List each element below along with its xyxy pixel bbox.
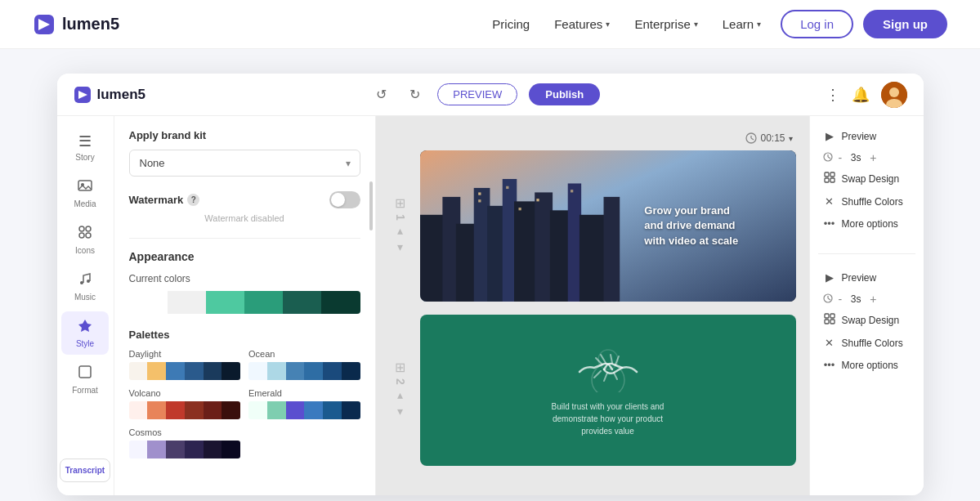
shuffle-colors-action-button[interactable]: ✕ Shuffle Colors bbox=[818, 191, 915, 212]
palette-emerald-name: Emerald bbox=[248, 388, 360, 398]
scene-card-2[interactable]: Build trust with your clients and demons… bbox=[420, 315, 796, 466]
duration-minus-button[interactable]: - bbox=[836, 151, 845, 164]
sidebar-item-story[interactable]: ☰ Story bbox=[61, 126, 109, 168]
nav-logo[interactable]: lumen5 bbox=[33, 13, 119, 36]
more-options-button[interactable]: ⋮ bbox=[826, 86, 840, 104]
swatch bbox=[304, 401, 323, 419]
shuffle-icon: ✕ bbox=[823, 195, 836, 208]
scene-2-expand-icon[interactable]: ⊞ bbox=[395, 360, 405, 375]
svg-rect-51 bbox=[830, 314, 835, 318]
palette-volcano[interactable]: Volcano bbox=[129, 388, 241, 419]
sidebar-item-story-label: Story bbox=[75, 153, 94, 162]
scene-card-1[interactable]: Grow your brand and drive demand with vi… bbox=[420, 150, 796, 302]
scene-1-expand-icon[interactable]: ⊞ bbox=[395, 195, 405, 211]
canvas-scene-1: ⊞ 1 ▴ ▾ bbox=[389, 150, 796, 302]
swatch bbox=[323, 362, 342, 380]
color-swatch-6[interactable] bbox=[321, 291, 360, 314]
swap-design-action-button-2[interactable]: Swap Design bbox=[818, 309, 915, 331]
avatar bbox=[881, 82, 907, 108]
more-options-action-button-2[interactable]: ••• More options bbox=[818, 355, 915, 375]
palette-ocean[interactable]: Ocean bbox=[248, 349, 360, 380]
nav-links: Pricing Features ▾ Enterprise ▾ Learn ▾ bbox=[492, 17, 761, 31]
svg-rect-33 bbox=[478, 199, 481, 202]
nav-link-enterprise[interactable]: Enterprise ▾ bbox=[634, 17, 697, 31]
svg-rect-46 bbox=[830, 178, 835, 182]
duration-plus-button[interactable]: + bbox=[867, 151, 879, 164]
color-swatch-2[interactable] bbox=[168, 291, 206, 314]
svg-rect-53 bbox=[830, 320, 835, 324]
right-panel-scene2-actions: ▶ Preview - 3s + bbox=[818, 267, 915, 377]
nav-link-learn-label: Learn bbox=[723, 17, 754, 31]
palette-ocean-swatches bbox=[248, 362, 360, 380]
bell-icon[interactable]: 🔔 bbox=[852, 86, 870, 104]
handshake-icon bbox=[571, 343, 645, 392]
sidebar-nav: ☰ Story Media Icons bbox=[57, 116, 114, 495]
swatch bbox=[323, 401, 342, 419]
preview-action-button-2[interactable]: ▶ Preview bbox=[818, 267, 915, 288]
svg-point-10 bbox=[86, 226, 91, 231]
swatch bbox=[267, 362, 286, 380]
sidebar-item-music[interactable]: Music bbox=[61, 265, 109, 308]
sidebar-item-style[interactable]: Style bbox=[61, 311, 109, 355]
scene-1-chevron-down-icon[interactable]: ▾ bbox=[397, 240, 403, 253]
svg-rect-44 bbox=[830, 172, 835, 177]
swatch bbox=[147, 401, 166, 419]
scene-1-chevron-up-icon[interactable]: ▴ bbox=[397, 224, 403, 237]
login-button[interactable]: Log in bbox=[781, 10, 853, 38]
color-swatch-4[interactable] bbox=[244, 291, 283, 314]
nav-link-features[interactable]: Features ▾ bbox=[554, 17, 610, 31]
scene-2-chevron-up-icon[interactable]: ▴ bbox=[397, 388, 403, 401]
brand-kit-select[interactable]: None bbox=[129, 150, 360, 177]
color-swatch-1[interactable] bbox=[129, 291, 168, 314]
preview-action-button[interactable]: ▶ Preview bbox=[818, 126, 915, 146]
duration-plus-button-2[interactable]: + bbox=[867, 293, 879, 306]
duration-row-1: - 3s + bbox=[818, 148, 915, 168]
palette-emerald[interactable]: Emerald bbox=[248, 388, 360, 419]
palette-cosmos[interactable]: Cosmos bbox=[129, 427, 241, 459]
undo-button[interactable]: ↺ bbox=[370, 83, 392, 105]
swatch bbox=[129, 401, 148, 419]
swatch bbox=[286, 362, 305, 380]
svg-point-12 bbox=[86, 233, 91, 238]
watermark-toggle[interactable] bbox=[329, 191, 360, 208]
duration-minus-button-2[interactable]: - bbox=[836, 293, 845, 306]
lumen5-logo-icon bbox=[33, 13, 56, 36]
preview-button[interactable]: PREVIEW bbox=[437, 83, 517, 105]
svg-point-13 bbox=[80, 281, 83, 284]
svg-rect-35 bbox=[518, 208, 521, 210]
signup-button[interactable]: Sign up bbox=[863, 10, 947, 38]
app-body: ☰ Story Media Icons bbox=[57, 116, 924, 495]
nav-link-features-label: Features bbox=[554, 17, 602, 31]
color-swatch-5[interactable] bbox=[283, 291, 321, 314]
swatch bbox=[204, 441, 222, 459]
scene-2-chevron-down-icon[interactable]: ▾ bbox=[397, 405, 403, 418]
format-icon bbox=[78, 365, 92, 383]
shuffle-colors-action-button-2[interactable]: ✕ Shuffle Colors bbox=[818, 333, 915, 353]
sidebar-item-format[interactable]: Format bbox=[61, 358, 109, 401]
nav-link-pricing[interactable]: Pricing bbox=[492, 17, 530, 31]
enterprise-chevron-icon: ▾ bbox=[694, 20, 698, 29]
scene-1-number: 1 bbox=[394, 214, 407, 221]
swatch bbox=[222, 401, 240, 419]
swap-design-action-button[interactable]: Swap Design bbox=[818, 168, 915, 190]
scrollbar-indicator[interactable] bbox=[369, 181, 373, 230]
color-swatch-3[interactable] bbox=[206, 291, 244, 314]
svg-point-14 bbox=[87, 280, 90, 283]
publish-button[interactable]: Publish bbox=[529, 83, 600, 105]
transcript-button[interactable]: Transcript bbox=[60, 459, 110, 482]
swatch bbox=[304, 362, 323, 380]
canvas-timer: 00:15 ▾ bbox=[745, 132, 792, 144]
sidebar-item-style-label: Style bbox=[76, 339, 94, 348]
more-options-action-button[interactable]: ••• More options bbox=[818, 213, 915, 234]
swatch bbox=[204, 362, 222, 380]
sidebar-item-media[interactable]: Media bbox=[61, 172, 109, 215]
sidebar-item-icons[interactable]: Icons bbox=[61, 218, 109, 262]
svg-line-18 bbox=[751, 138, 754, 140]
svg-rect-32 bbox=[478, 192, 481, 195]
brand-kit-label: Apply brand kit bbox=[129, 129, 360, 141]
redo-button[interactable]: ↻ bbox=[404, 83, 426, 105]
nav-link-learn[interactable]: Learn ▾ bbox=[723, 17, 761, 31]
right-panel: ▶ Preview - 3s + bbox=[809, 116, 924, 495]
watermark-help-icon[interactable]: ? bbox=[187, 194, 199, 206]
palette-daylight[interactable]: Daylight bbox=[129, 349, 241, 380]
